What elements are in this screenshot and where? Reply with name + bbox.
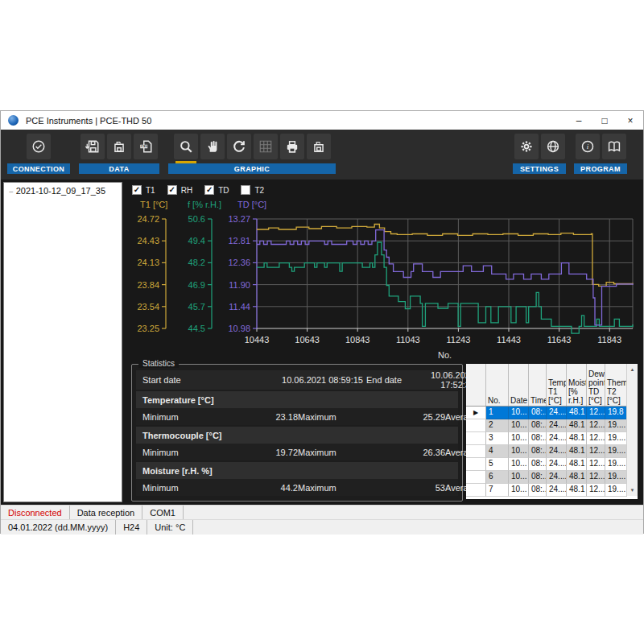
save-graphic-button[interactable]: [307, 134, 331, 159]
table-cell[interactable]: 08:...: [529, 471, 547, 484]
table-cell[interactable]: 10...: [509, 419, 529, 432]
table-row[interactable]: 410...08:...24....48.112....19....: [466, 445, 638, 458]
table-cell[interactable]: 19....: [605, 458, 627, 471]
table-cell[interactable]: 08:...: [529, 458, 547, 471]
checked-checkbox-icon[interactable]: ✓: [167, 185, 177, 195]
row-marker-icon[interactable]: ▶: [466, 407, 486, 419]
table-cell[interactable]: 08:...: [529, 484, 547, 497]
table-cell[interactable]: 12....: [587, 484, 605, 497]
row-header-cell[interactable]: [466, 484, 486, 497]
table-cell[interactable]: 19....: [605, 432, 627, 445]
table-cell[interactable]: 12....: [587, 419, 605, 432]
table-cell[interactable]: 12....: [587, 458, 605, 471]
table-cell[interactable]: 24....: [547, 458, 567, 471]
table-cell[interactable]: 48.1: [567, 471, 587, 484]
table-scrollbar[interactable]: ▲▼: [626, 364, 638, 496]
table-header-cell[interactable]: Time: [529, 364, 547, 406]
table-cell[interactable]: 08:...: [529, 432, 547, 445]
table-cell[interactable]: 48.1: [567, 458, 587, 471]
table-cell[interactable]: 08:...: [529, 445, 547, 458]
table-row[interactable]: 210...08:...24....48.112....19....: [466, 419, 638, 432]
table-cell[interactable]: 24....: [547, 471, 567, 484]
table-cell[interactable]: 1: [486, 407, 509, 419]
log-tree-panel[interactable]: --2021-10-12_09_17_35: [3, 182, 122, 502]
save-data-button[interactable]: [107, 134, 131, 159]
language-button[interactable]: [541, 134, 565, 159]
row-header-cell[interactable]: [466, 445, 486, 458]
table-cell[interactable]: 24....: [547, 407, 567, 419]
table-cell[interactable]: 3: [486, 432, 509, 445]
table-cell[interactable]: 10...: [509, 458, 529, 471]
table-cell[interactable]: 24....: [547, 445, 567, 458]
minimize-button[interactable]: –: [566, 111, 592, 130]
table-header-cell[interactable]: [466, 364, 486, 406]
table-cell[interactable]: 12....: [587, 407, 605, 419]
table-cell[interactable]: 48.1: [567, 419, 587, 432]
checked-checkbox-icon[interactable]: ✓: [204, 185, 214, 195]
table-header-cell[interactable]: Date: [509, 364, 529, 406]
reset-view-button[interactable]: [227, 134, 251, 159]
series-checkbox-td[interactable]: ✓TD: [204, 185, 229, 195]
table-cell[interactable]: 19....: [605, 471, 627, 484]
table-header-cell[interactable]: Moist [% r.H.]: [567, 364, 587, 406]
close-button[interactable]: ×: [617, 111, 643, 130]
table-cell[interactable]: 24....: [547, 419, 567, 432]
table-header-cell[interactable]: Them T2 [°C]: [605, 364, 627, 406]
table-cell[interactable]: 19....: [605, 484, 627, 497]
series-checkbox-t1[interactable]: ✓T1: [132, 185, 155, 195]
print-button[interactable]: [280, 134, 304, 159]
table-header-cell[interactable]: No.: [486, 364, 509, 406]
table-cell[interactable]: 5: [486, 458, 509, 471]
unchecked-checkbox-icon[interactable]: [241, 185, 250, 195]
table-cell[interactable]: 6: [486, 471, 509, 484]
table-cell[interactable]: 48.1: [567, 445, 587, 458]
table-header-cell[interactable]: Temp T1 [°C]: [547, 364, 567, 406]
table-cell[interactable]: 10...: [509, 445, 529, 458]
table-row[interactable]: 610...08:...24....48.112....19....: [466, 471, 638, 484]
table-cell[interactable]: 08:...: [529, 419, 547, 432]
table-cell[interactable]: 48.1: [567, 432, 587, 445]
table-cell[interactable]: 19....: [605, 419, 627, 432]
row-header-cell[interactable]: [466, 458, 486, 471]
table-cell[interactable]: 48.1: [567, 484, 587, 497]
table-row[interactable]: ▶110...08:...24....48.112....19.8: [466, 407, 638, 419]
table-row[interactable]: 310...08:...24....48.112....19....: [466, 432, 638, 445]
table-cell[interactable]: 10...: [509, 484, 529, 497]
about-button[interactable]: i: [576, 134, 600, 159]
row-header-cell[interactable]: [466, 432, 486, 445]
table-cell[interactable]: 19....: [605, 445, 627, 458]
table-row[interactable]: 510...08:...24....48.112....19....: [466, 458, 638, 471]
row-header-cell[interactable]: [466, 419, 486, 432]
maximize-button[interactable]: □: [592, 111, 617, 130]
table-cell[interactable]: 12....: [587, 471, 605, 484]
settings-button[interactable]: [514, 134, 539, 159]
connect-button[interactable]: [27, 134, 51, 159]
checked-checkbox-icon[interactable]: ✓: [132, 185, 142, 195]
table-row[interactable]: 710...08:...24....48.112....19....: [466, 484, 638, 497]
table-cell[interactable]: 7: [486, 484, 509, 497]
table-cell[interactable]: 10...: [509, 471, 529, 484]
table-cell[interactable]: 2: [486, 419, 509, 432]
scroll-up-icon[interactable]: ▲: [627, 364, 638, 375]
table-cell[interactable]: 12....: [587, 432, 605, 445]
series-checkbox-t2[interactable]: T2: [241, 185, 264, 195]
table-cell[interactable]: 24....: [547, 484, 567, 497]
measurement-table[interactable]: No.DateTimeTemp T1 [°C]Moist [% r.H.]Dew…: [466, 364, 638, 499]
pan-button[interactable]: [200, 134, 225, 159]
table-cell[interactable]: 19.8: [605, 407, 627, 419]
table-cell[interactable]: 08:...: [529, 407, 547, 419]
table-cell[interactable]: 10...: [509, 432, 529, 445]
import-data-button[interactable]: [80, 134, 105, 159]
table-cell[interactable]: 12....: [587, 445, 605, 458]
row-header-cell[interactable]: [466, 471, 486, 484]
series-checkbox-rh[interactable]: ✓RH: [167, 185, 192, 195]
manual-button[interactable]: [602, 134, 626, 159]
table-header-cell[interactable]: Dew point TD [°C]: [587, 364, 605, 406]
table-cell[interactable]: 10...: [509, 407, 529, 419]
grid-button[interactable]: [254, 134, 278, 159]
scroll-down-icon[interactable]: ▼: [627, 485, 638, 496]
table-cell[interactable]: 48.1: [567, 407, 587, 419]
export-csv-button[interactable]: CSV: [134, 134, 158, 159]
table-cell[interactable]: 4: [486, 445, 509, 458]
zoom-button[interactable]: [174, 134, 198, 159]
